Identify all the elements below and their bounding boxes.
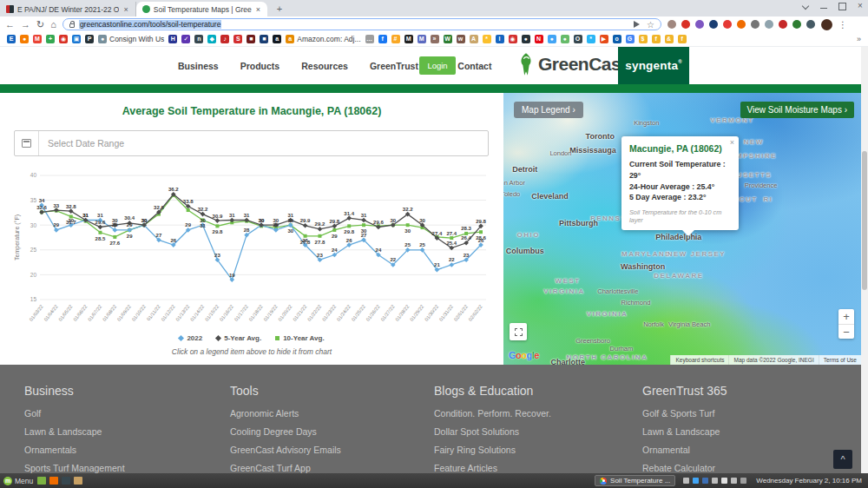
bookmark-item-14[interactable]: S: [233, 35, 242, 43]
extension-icon-3[interactable]: [695, 20, 704, 29]
zoom-out-button[interactable]: −: [838, 324, 854, 339]
bookmark-item-21[interactable]: #: [391, 35, 400, 43]
map-fullscreen-button[interactable]: [510, 323, 527, 340]
taskbar-launcher-icon-2[interactable]: [49, 477, 58, 485]
zoom-in-button[interactable]: +: [838, 309, 854, 324]
bookmark-item-4[interactable]: +: [46, 35, 55, 43]
bookmark-item-2[interactable]: ●: [20, 35, 29, 43]
home-icon[interactable]: ⌂: [50, 17, 56, 31]
bookmark-item-3[interactable]: M: [33, 35, 42, 43]
extension-icon-10[interactable]: [792, 20, 801, 29]
bookmark-item-28[interactable]: *: [483, 35, 491, 43]
legend-item-10-year-avg[interactable]: 10-Year Avg.: [275, 334, 324, 342]
soil-temperature-map[interactable]: TorontoMississaugaKingstonLondonDetroitA…: [503, 93, 861, 365]
footer-link-golf[interactable]: Golf: [24, 408, 125, 419]
extension-icon-8[interactable]: [765, 20, 773, 29]
date-range-input[interactable]: [39, 138, 488, 148]
forward-icon[interactable]: →: [21, 17, 30, 31]
footer-link-rebate-calculator[interactable]: Rebate Calculator: [642, 463, 727, 473]
bookmark-item-27[interactable]: A: [470, 35, 478, 43]
bookmark-item-42[interactable]: &: [665, 35, 674, 43]
taskbar-launcher-icon-1[interactable]: [37, 477, 46, 485]
taskbar-menu-button[interactable]: m Menu: [3, 477, 33, 485]
nav-link-business[interactable]: Business: [178, 61, 219, 71]
tray-icon-6[interactable]: [731, 478, 737, 484]
reload-icon[interactable]: ↻: [36, 17, 44, 31]
bookmark-item-12[interactable]: ◆: [207, 35, 216, 43]
page-scrollbar[interactable]: [861, 47, 868, 473]
bookmark-item-22[interactable]: M: [404, 35, 413, 43]
bookmark-item-17[interactable]: a: [273, 35, 281, 43]
maximize-button[interactable]: [838, 2, 846, 10]
bookmark-item-11[interactable]: n: [194, 35, 203, 43]
keyboard-shortcuts-link[interactable]: Keyboard shortcuts: [670, 355, 728, 365]
bookmark-item-32[interactable]: N: [535, 35, 543, 43]
bookmark-item-37[interactable]: ▶: [600, 35, 608, 43]
extension-icon-9[interactable]: [779, 20, 787, 29]
date-range-picker[interactable]: [14, 130, 489, 156]
new-tab-button[interactable]: +: [273, 3, 286, 16]
tray-icon-7[interactable]: [740, 478, 746, 484]
footer-link-ornamentals[interactable]: Ornamentals: [24, 445, 125, 455]
tray-icon-5[interactable]: [721, 478, 727, 484]
bookmark-item-33[interactable]: ●: [548, 35, 556, 43]
bookmark-item-38[interactable]: o: [613, 35, 621, 43]
close-button[interactable]: ×: [856, 2, 865, 10]
legend-item-5-year-avg[interactable]: 5-Year Avg.: [216, 334, 261, 342]
footer-link-lawn-landscape[interactable]: Lawn & Landscape: [642, 426, 727, 437]
bookmark-item-43[interactable]: f: [678, 35, 687, 43]
footer-link-feature-articles[interactable]: Feature Articles: [434, 463, 551, 473]
scrollbar-thumb[interactable]: [862, 151, 867, 290]
browser-tab-1[interactable]: E PA/NJ/ DE Winter 2021-22 O ×: [0, 2, 136, 16]
greencast-logo[interactable]: GreenCast®: [517, 52, 630, 76]
taskbar-launcher-icon-4[interactable]: [74, 477, 82, 485]
footer-link-cooling-degree-days[interactable]: Cooling Degree Days: [230, 426, 341, 437]
footer-link-lawn-landscape[interactable]: Lawn & Landscape: [24, 426, 125, 437]
footer-link-greencast-turf-app[interactable]: GreenCast Turf App: [230, 463, 341, 473]
bookmark-item-18[interactable]: aAmazon.com: Adj...: [286, 35, 360, 43]
extension-icon-6[interactable]: [737, 20, 746, 29]
bookmark-item-23[interactable]: M: [418, 35, 426, 43]
map-legend-button[interactable]: Map Legend ›: [514, 102, 583, 118]
bookmark-item-31[interactable]: ●: [522, 35, 530, 43]
footer-link-agronomic-alerts[interactable]: Agronomic Alerts: [230, 408, 341, 419]
bookmark-item-40[interactable]: $: [639, 35, 648, 43]
bookmark-item-20[interactable]: f: [378, 35, 387, 43]
browser-menu-icon[interactable]: ⋮: [838, 20, 847, 30]
bookmark-item-39[interactable]: G: [626, 35, 635, 43]
extension-icon-2[interactable]: [681, 20, 690, 29]
bookmark-item-30[interactable]: ◉: [509, 35, 517, 43]
url-text[interactable]: greencastonline.com/tools/soil-temperatu…: [79, 20, 222, 29]
minimize-button[interactable]: [819, 2, 828, 10]
bookmark-item-10[interactable]: ✓: [181, 35, 190, 43]
bookmark-item-9[interactable]: H: [168, 35, 177, 43]
bookmark-item-13[interactable]: ♪: [220, 35, 229, 43]
profile-avatar[interactable]: [821, 19, 832, 30]
bookmark-item-26[interactable]: w: [457, 35, 465, 43]
bookmark-item-8[interactable]: ●Consign With Us: [98, 35, 164, 43]
taskbar-launcher-icon-3[interactable]: [62, 477, 70, 485]
syngenta-logo[interactable]: syngenta®: [618, 47, 689, 84]
footer-link-sports-turf-management[interactable]: Sports Turf Management: [24, 463, 125, 473]
soil-temperature-chart[interactable]: 403530252015Temperature (°F)01/03/2201/0…: [12, 169, 491, 333]
nav-link-contact[interactable]: Contact: [457, 61, 491, 71]
bookmark-item-41[interactable]: f: [652, 35, 661, 43]
bookmark-item-36[interactable]: *: [587, 35, 595, 43]
terms-of-use-link[interactable]: Terms of Use: [819, 355, 861, 365]
lock-icon[interactable]: [69, 23, 75, 28]
bookmark-item-25[interactable]: W: [444, 35, 452, 43]
send-to-device-icon[interactable]: [634, 21, 640, 28]
bookmark-item-6[interactable]: ▣: [72, 35, 81, 43]
footer-link-dollar-spot-solutions[interactable]: Dollar Spot Solutions: [434, 426, 551, 437]
extension-icon-7[interactable]: [751, 20, 760, 29]
nav-link-resources[interactable]: Resources: [301, 61, 348, 71]
footer-link-condition-perform-recover-[interactable]: Condition. Perform. Recover.: [434, 408, 551, 419]
bookmark-item-24[interactable]: »: [431, 35, 439, 43]
url-omnibox[interactable]: greencastonline.com/tools/soil-temperatu…: [62, 18, 661, 30]
back-icon[interactable]: ←: [5, 17, 15, 31]
tab-search-icon[interactable]: [801, 2, 810, 10]
footer-link-fairy-ring-solutions[interactable]: Fairy Ring Solutions: [434, 445, 551, 455]
browser-tab-2-active[interactable]: Soil Temperature Maps | Gree ×: [136, 2, 267, 16]
extension-icon-4[interactable]: [709, 20, 718, 29]
google-logo[interactable]: Google: [509, 350, 539, 360]
